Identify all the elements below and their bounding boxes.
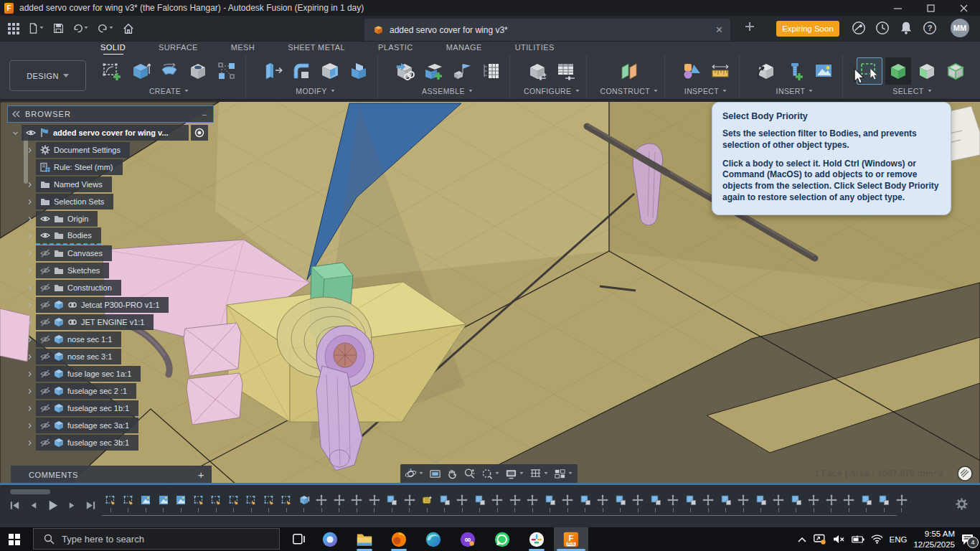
taskbar-app-copilot[interactable] — [313, 527, 347, 551]
taskbar-app-edge[interactable] — [416, 527, 451, 551]
help-icon[interactable]: ? — [921, 19, 938, 37]
timeline-item-move[interactable] — [401, 494, 419, 512]
tray-cast-icon[interactable] — [814, 534, 826, 545]
search-input[interactable]: Type here to search — [33, 528, 280, 550]
taskbar-app-slack[interactable] — [519, 527, 554, 551]
ruler-button[interactable] — [707, 57, 733, 85]
visibility-eye-off-icon[interactable] — [40, 265, 50, 276]
expand-chevron-icon[interactable] — [26, 439, 34, 447]
visibility-eye-off-icon[interactable] — [40, 317, 50, 327]
timeline-item-sketch[interactable] — [242, 494, 260, 512]
planes-button[interactable] — [616, 57, 642, 85]
expand-chevron-icon[interactable] — [26, 284, 34, 292]
timeline-item-move[interactable] — [629, 494, 647, 512]
task-view-button[interactable] — [286, 527, 311, 551]
collapse-panel-icon[interactable] — [12, 110, 21, 118]
timeline-item-sketch[interactable] — [260, 494, 278, 512]
timeline-item-canvas[interactable] — [172, 494, 190, 512]
visibility-eye-icon[interactable] — [26, 128, 36, 138]
workspace-switcher[interactable]: DESIGN — [9, 60, 86, 91]
visibility-eye-off-icon[interactable] — [40, 403, 50, 413]
browser-item[interactable]: JET ENGINE v1:1 — [36, 314, 154, 330]
taskbar-app-fusion[interactable]: FFUS — [554, 527, 588, 551]
expand-chevron-icon[interactable] — [26, 181, 34, 189]
timeline-item-sketch[interactable] — [207, 494, 225, 512]
timeline-item-form[interactable] — [418, 494, 436, 512]
notification-center-button[interactable]: 4 — [961, 534, 974, 545]
browser-item[interactable]: fuselage sec 3b:1 — [36, 435, 138, 451]
timeline-item-combine[interactable] — [471, 494, 489, 512]
timeline-item-move[interactable] — [823, 494, 841, 512]
visibility-eye-off-icon[interactable] — [40, 438, 50, 448]
expand-chevron-icon[interactable] — [26, 387, 34, 395]
timeline-item-combine[interactable] — [436, 494, 454, 512]
user-avatar[interactable]: MM — [951, 19, 969, 37]
extrude-button[interactable] — [128, 57, 154, 85]
toolbar-group-label-select[interactable]: SELECT — [892, 87, 932, 95]
visibility-eye-off-icon[interactable] — [40, 248, 50, 258]
toolbar-group-label-inspect[interactable]: INSPECT — [684, 87, 727, 95]
browser-panel-header[interactable]: BROWSER – — [7, 105, 214, 123]
expand-chevron-icon[interactable] — [26, 422, 34, 430]
expand-chevron-icon[interactable] — [26, 370, 34, 378]
timeline-item-move[interactable] — [805, 494, 823, 512]
timeline-item-combine[interactable] — [753, 494, 771, 512]
timeline-item-move[interactable] — [893, 494, 911, 512]
ribbon-tab-surface[interactable]: SURFACE — [159, 43, 198, 53]
timeline-skip-start-button[interactable] — [9, 499, 21, 512]
expand-chevron-icon[interactable] — [26, 250, 34, 258]
start-button[interactable] — [0, 527, 29, 551]
timeline-item-move[interactable] — [699, 494, 717, 512]
selection-filter-icon[interactable] — [956, 465, 974, 482]
expand-chevron-icon[interactable] — [26, 319, 34, 326]
timeline-step-forward-button[interactable] — [66, 499, 78, 512]
timeline-item-extrude[interactable] — [296, 494, 314, 512]
redo-button[interactable] — [95, 21, 116, 36]
document-tab[interactable]: added servo cover for wing v3* ✕ — [364, 19, 730, 41]
display-settings-button[interactable] — [505, 468, 524, 480]
timeline-item-combine[interactable] — [542, 494, 560, 512]
browser-item[interactable]: Document Settings — [36, 142, 130, 158]
timeline-item-canvas[interactable] — [137, 494, 155, 512]
visibility-eye-off-icon[interactable] — [40, 386, 50, 396]
timeline-item-move[interactable] — [313, 494, 331, 512]
close-button[interactable] — [947, 0, 980, 16]
undo-button[interactable] — [70, 21, 91, 36]
timeline-item-move[interactable] — [664, 494, 682, 512]
taskbar-app-file-explorer[interactable] — [347, 527, 382, 551]
ribbon-tab-sheet-metal[interactable]: SHEET METAL — [288, 43, 345, 53]
browser-item[interactable]: Selection Sets — [36, 194, 113, 209]
toolbar-group-label-modify[interactable]: MODIFY — [296, 87, 335, 95]
timeline-item-move[interactable] — [735, 494, 753, 512]
clock[interactable]: 9:55 AM 12/25/2025 — [913, 529, 955, 550]
browser-minimize-icon[interactable]: – — [202, 110, 207, 118]
activate-component-target-icon[interactable] — [191, 125, 208, 141]
tray-chevron-up-icon[interactable] — [797, 536, 807, 543]
body-priority-button[interactable] — [885, 57, 911, 85]
tray-battery-icon[interactable] — [852, 535, 864, 544]
expand-chevron-icon[interactable] — [26, 232, 34, 240]
timeline-item-move[interactable] — [559, 494, 577, 512]
toolbar-group-label-configure[interactable]: CONFIGURE — [524, 87, 580, 95]
timeline-item-move[interactable] — [840, 494, 858, 512]
timeline-item-canvas[interactable] — [155, 494, 173, 512]
timeline-item-combine[interactable] — [875, 494, 893, 512]
language-indicator[interactable]: ENG — [890, 535, 908, 544]
bom-button[interactable] — [478, 57, 504, 85]
visibility-eye-off-icon[interactable] — [40, 369, 50, 379]
browser-item[interactable]: nose sec 3:1 — [36, 349, 121, 364]
hole-button[interactable] — [185, 57, 211, 85]
viewports-button[interactable] — [554, 468, 573, 480]
timeline-item-sketch[interactable] — [102, 494, 120, 512]
timeline-play-button[interactable] — [46, 499, 60, 512]
toolbar-group-label-assemble[interactable]: ASSEMBLE — [422, 87, 473, 95]
visibility-eye-off-icon[interactable] — [40, 420, 50, 430]
timeline-item-move[interactable] — [331, 494, 349, 512]
timeline-item-move[interactable] — [770, 494, 788, 512]
tray-wifi-icon[interactable] — [871, 534, 883, 544]
timeline-item-combine[interactable] — [647, 494, 665, 512]
expand-chevron-icon[interactable] — [26, 336, 34, 344]
maximize-button[interactable] — [914, 0, 947, 16]
timeline-item-move[interactable] — [524, 494, 542, 512]
config-cube-button[interactable] — [524, 57, 550, 85]
